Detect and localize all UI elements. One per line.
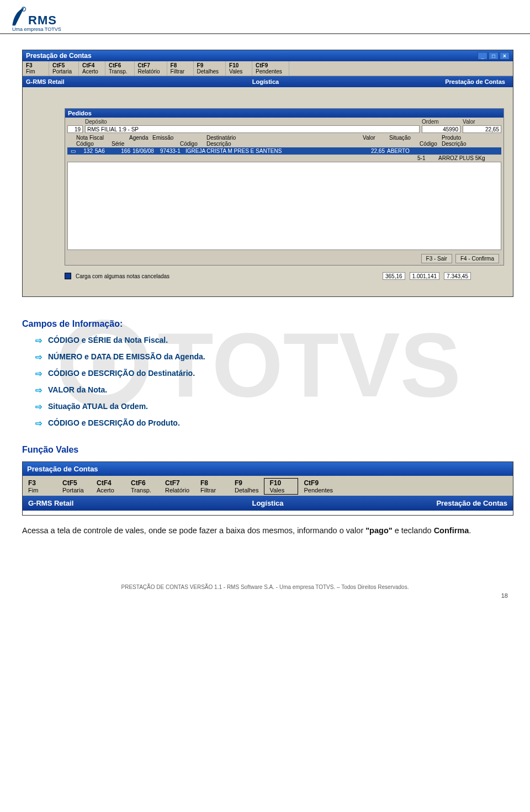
menu2-item-vales[interactable]: F10Vales xyxy=(264,478,298,495)
arrow-icon: ⇨ xyxy=(35,418,43,428)
window-title-2: Prestação de Contas xyxy=(27,465,98,473)
col-codigo: Código xyxy=(76,141,109,147)
menu2-item-detalhes[interactable]: F9Detalhes xyxy=(229,478,264,495)
maximize-icon[interactable]: □ xyxy=(489,52,499,60)
menu-item-acerto[interactable]: CtF4Acerto xyxy=(79,61,105,76)
col-dest-desc: Descrição xyxy=(206,141,361,147)
legend-strip: Carga com algumas notas canceladas 365,1… xyxy=(23,271,513,281)
cell-agenda: 166 xyxy=(109,148,131,154)
grid-header: Nota Fiscal Código Série Agenda Emissão … xyxy=(65,134,504,147)
menu-item-transp[interactable]: CtF6Transp. xyxy=(105,61,135,76)
legend-text: Carga com algumas notas canceladas xyxy=(76,273,169,279)
col-sit: Situação xyxy=(389,135,417,141)
menu2-item-pendentes[interactable]: CtF9Pendentes xyxy=(298,478,338,495)
menu-item-pendentes[interactable]: CtF9Pendentes xyxy=(252,61,289,76)
footer-text: PRESTAÇÃO DE CONTAS VERSÃO 1.1 - RMS Sof… xyxy=(0,581,530,592)
function-key-menu: F3FimCtF5PortariaCtF4AcertoCtF6Transp.Ct… xyxy=(23,61,513,76)
breadcrumb2-left: G-RMS Retail xyxy=(28,499,188,507)
arrow-icon: ⇨ xyxy=(35,336,43,346)
breadcrumb2-right: Prestação de Contas xyxy=(348,499,507,507)
body-text-prefix: Acessa a tela de controle de vales, onde… xyxy=(22,526,365,535)
close-icon[interactable]: × xyxy=(500,52,510,60)
logo-header: RMS Uma empresa TOTVS xyxy=(0,0,530,34)
col-emissao: Emissão xyxy=(152,135,178,141)
screenshot-pedidos-window: Prestação de Contas _ □ × F3FimCtF5Porta… xyxy=(22,50,513,297)
menu2-item-filtrar[interactable]: F8Filtrar xyxy=(195,478,229,495)
cell-serie: 5A6 xyxy=(94,148,109,154)
bullet-item: ⇨CÓDIGO e SÉRIE da Nota Fiscal. xyxy=(35,336,513,346)
menu2-item-portaria[interactable]: CtF5Portaria xyxy=(57,478,91,495)
menu-item-detalhes[interactable]: F9Detalhes xyxy=(194,61,226,76)
cell-valor: 22,65 xyxy=(361,148,386,154)
menu-item-filtrar[interactable]: F8Filtrar xyxy=(167,61,194,76)
deposito-name[interactable]: RMS FILIAL 1:9 - SP xyxy=(85,125,420,133)
breadcrumb-bar: G-RMS Retail Logística Prestação de Cont… xyxy=(23,76,513,87)
bullet-text: NÚMERO e DATA DE EMISSÃO da Agenda. xyxy=(48,352,205,361)
grid-body[interactable] xyxy=(67,162,501,250)
total-cell-1: 365,16 xyxy=(383,272,405,280)
arrow-icon: ⇨ xyxy=(35,352,43,362)
col-dest: Destinatário xyxy=(206,135,361,141)
total-cell-2: 1.001,141 xyxy=(410,272,440,280)
logo-text: RMS xyxy=(28,13,57,28)
bullet-item: ⇨CÓDIGO e DESCRIÇÃO do Destinatário. xyxy=(35,369,513,379)
bullet-item: ⇨Situação ATUAL da Ordem. xyxy=(35,402,513,412)
menu-item-portaria[interactable]: CtF5Portaria xyxy=(49,61,79,76)
bullet-text: CÓDIGO e DESCRIÇÃO do Destinatário. xyxy=(48,369,195,378)
menu-item-fim[interactable]: F3Fim xyxy=(23,61,49,76)
ordem-label: Ordem xyxy=(422,119,460,125)
col-serie: Série xyxy=(112,141,127,147)
bullet-text: CÓDIGO e DESCRIÇÃO do Produto. xyxy=(48,418,180,427)
window-title: Prestação de Contas xyxy=(26,52,92,60)
window-titlebar-2: Prestação de Contas xyxy=(23,462,513,476)
ordem-value[interactable]: 45990 xyxy=(422,125,460,133)
cell-dest-cod: 97433-1 xyxy=(159,148,184,154)
breadcrumb-right: Prestação de Contas xyxy=(346,78,510,85)
bullet-item: ⇨VALOR da Nota. xyxy=(35,385,513,395)
deposito-code[interactable]: 19 xyxy=(67,125,83,133)
minimize-icon[interactable]: _ xyxy=(478,52,487,60)
deposito-label-top: Depósito xyxy=(85,119,420,125)
menu2-item-fim[interactable]: F3Fim xyxy=(23,478,57,495)
valor-label: Valor xyxy=(463,119,501,125)
breadcrumb2-center: Logística xyxy=(188,499,347,507)
cell-prod-desc: ARROZ PLUS 5Kg xyxy=(438,155,499,161)
menu2-item-transp[interactable]: CtF6Transp. xyxy=(125,478,160,495)
menu-item-vales[interactable]: F10Vales xyxy=(226,61,252,76)
bullet-text: VALOR da Nota. xyxy=(48,385,107,394)
cell-sit: ABERTO xyxy=(386,148,416,154)
col-prod: Produto xyxy=(442,135,500,141)
page-number: 18 xyxy=(0,592,530,603)
menu2-item-acerto[interactable]: CtF4Acerto xyxy=(91,478,125,495)
pedidos-panel: Pedidos Depósito 19 Depósito RMS FILIAL … xyxy=(65,108,504,266)
window-titlebar: Prestação de Contas _ □ × xyxy=(23,50,513,61)
legend-color-icon xyxy=(65,273,71,279)
body-text-suffix: e teclando xyxy=(393,526,434,535)
heading-campos: Campos de Informação: xyxy=(22,319,513,329)
col-dest-cod: Código xyxy=(180,141,204,147)
grid-row[interactable]: ▭ 132 5A6 166 16/06/08 97433-1 IGREJA CR… xyxy=(67,147,501,155)
menu2-item-relatório[interactable]: CtF7Relatório xyxy=(160,478,195,495)
menu-item-relatório[interactable]: CtF7Relatório xyxy=(135,61,167,76)
arrow-icon: ⇨ xyxy=(35,402,43,412)
heading-funcao-vales: Função Vales xyxy=(22,445,513,455)
cell-emissao: 16/06/08 xyxy=(131,148,159,154)
function-key-menu-2: F3FimCtF5PortariaCtF4AcertoCtF6Transp.Ct… xyxy=(23,476,513,496)
screenshot-vales-window: Prestação de Contas F3FimCtF5PortariaCtF… xyxy=(22,461,513,516)
valor-value[interactable]: 22,65 xyxy=(463,125,501,133)
sair-button[interactable]: F3 - Sair xyxy=(421,254,452,263)
bullet-text: Situação ATUAL da Ordem. xyxy=(48,402,148,411)
breadcrumb-center: Logística xyxy=(186,78,345,85)
col-prod-desc: Descrição xyxy=(442,141,500,147)
col-val: Valor xyxy=(363,135,387,141)
col-nf: Nota Fiscal xyxy=(76,135,109,141)
bullet-item: ⇨NÚMERO e DATA DE EMISSÃO da Agenda. xyxy=(35,352,513,362)
breadcrumb-left: G-RMS Retail xyxy=(26,78,186,85)
bullet-item: ⇨CÓDIGO e DESCRIÇÃO do Produto. xyxy=(35,418,513,428)
confirma-button[interactable]: F4 - Confirma xyxy=(455,254,499,263)
logo-subtitle: Uma empresa TOTVS xyxy=(12,26,530,32)
total-cell-3: 7.343,45 xyxy=(444,272,471,280)
cell-prod-cod: 5-1 xyxy=(417,155,438,161)
col-prod-cod: Código xyxy=(420,141,439,147)
col-agenda: Agenda xyxy=(129,135,150,141)
